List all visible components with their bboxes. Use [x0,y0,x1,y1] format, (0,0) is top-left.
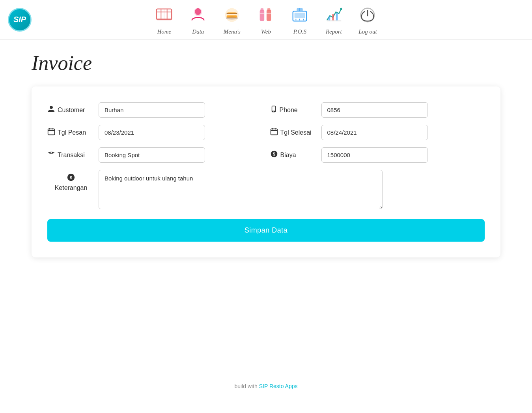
svg-rect-33 [272,106,275,111]
form-row-transaksi-biaya: Transaksi $ Biaya [47,147,485,163]
logo-text: SIP [13,15,26,24]
transaksi-label: Transaksi [47,150,95,160]
footer-text: build with [234,383,259,389]
transaksi-icon [47,150,55,160]
form-group-tgl-selesai: Tgl Selesai [270,125,485,140]
tgl-selesai-label-text: Tgl Selesai [280,129,312,136]
simpan-button[interactable]: Simpan Data [47,219,485,242]
customer-icon [47,105,55,115]
calendar-icon-1 [47,128,55,137]
form-group-phone: Phone [270,102,485,118]
nav-web[interactable]: Web [257,6,275,35]
keterangan-textarea[interactable] [99,170,383,209]
phone-label-text: Phone [280,107,298,114]
logo: SIP [8,8,32,32]
tgl-pesan-label-text: Tgl Pesan [58,129,86,136]
svg-text:$: $ [70,175,72,180]
form-group-customer: Customer [47,102,262,118]
nav-web-label: Web [261,28,271,35]
tgl-selesai-label: Tgl Selesai [270,128,317,137]
customer-label: Customer [47,105,95,115]
svg-rect-27 [329,17,330,21]
page-title: Invoice [32,51,500,75]
svg-point-34 [273,111,274,112]
svg-point-11 [226,17,238,20]
footer-link[interactable]: SIP Resto Apps [259,383,298,389]
calendar-icon-2 [270,128,278,137]
customer-input[interactable] [99,102,205,118]
invoice-form-card: Customer Phone [32,86,500,257]
nav-pos[interactable]: P.O.S [291,6,309,35]
svg-rect-15 [267,10,271,21]
logo-container: SIP [8,8,32,32]
svg-text:$: $ [273,152,275,156]
simpan-button-label: Simpan Data [245,226,288,234]
svg-point-7 [195,8,201,15]
biaya-label: $ Biaya [270,150,317,160]
form-row-customer-phone: Customer Phone [47,102,485,118]
form-group-transaksi: Transaksi [47,147,262,163]
keterangan-icon: $ [67,173,75,184]
nav-logout-label: Log out [358,28,377,35]
page-title-section: Invoice [0,39,532,79]
home-icon [155,6,173,28]
keterangan-label: $ Keterangan [47,170,95,191]
svg-rect-39 [271,129,277,135]
transaksi-label-text: Transaksi [58,152,85,159]
logout-icon [358,6,377,28]
header: SIP Home [0,0,532,39]
footer: build with SIP Resto Apps [0,367,532,405]
svg-point-26 [340,8,343,10]
svg-point-43 [50,152,52,153]
pos-icon [291,6,309,28]
web-icon [257,6,275,28]
keterangan-label-text: Keterangan [55,184,88,191]
nav-pos-label: P.O.S [293,28,306,35]
customer-label-text: Customer [58,107,85,114]
svg-point-8 [225,8,239,22]
svg-rect-28 [332,14,334,20]
menus-icon [223,6,241,28]
tgl-pesan-label: Tgl Pesan [47,128,95,137]
form-row-dates: Tgl Pesan Tgl Selesai [47,125,485,140]
data-icon [189,6,207,28]
biaya-label-text: Biaya [280,152,296,159]
nav-menus[interactable]: Menu's [223,6,241,35]
phone-label: Phone [270,105,317,115]
svg-rect-29 [336,13,338,20]
svg-rect-35 [48,129,55,135]
svg-point-12 [227,12,237,14]
svg-rect-14 [261,8,264,11]
footer-link-text: SIP Resto Apps [259,383,298,389]
biaya-input[interactable] [321,147,428,163]
nav-home-label: Home [157,28,171,35]
nav-report[interactable]: Report [325,6,343,35]
nav-data-label: Data [192,28,204,35]
nav-data[interactable]: Data [189,6,207,35]
form-row-keterangan: $ Keterangan [47,170,485,209]
nav-menus-label: Menu's [224,28,241,35]
report-icon [325,6,343,28]
biaya-icon: $ [270,150,278,160]
phone-input[interactable] [321,102,428,118]
nav-home[interactable]: Home [155,6,173,35]
tgl-pesan-input[interactable] [99,125,205,140]
nav-logout[interactable]: Log out [358,6,377,35]
form-group-biaya: $ Biaya [270,147,485,163]
form-group-tgl-pesan: Tgl Pesan [47,125,262,140]
transaksi-input[interactable] [99,147,205,163]
svg-rect-16 [267,8,271,11]
svg-rect-13 [260,10,265,21]
tgl-selesai-input[interactable] [321,125,428,140]
phone-icon [270,105,277,115]
navigation: Home Data [155,4,377,35]
nav-report-label: Report [326,28,342,35]
svg-rect-20 [295,13,305,18]
